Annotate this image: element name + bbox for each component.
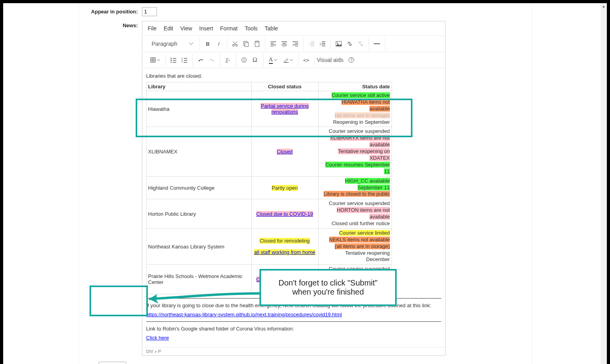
position-label: Appear in position: (87, 7, 142, 16)
menu-edit[interactable]: Edit (164, 25, 173, 32)
table-row: Highland Community CollegePartly openHIG… (146, 176, 392, 199)
col-closed: Closed status (251, 82, 318, 91)
intro-text: Libraries that are closed. (146, 73, 441, 79)
visual-aids-button[interactable]: Visual aids (315, 57, 346, 63)
copy-button[interactable] (241, 38, 252, 49)
clear-format-button[interactable]: T× (222, 54, 233, 65)
menu-view[interactable]: View (180, 25, 192, 32)
editor-toolbar-2: 123 T× Ω A <> Vis (142, 52, 445, 68)
svg-text:?: ? (350, 58, 353, 62)
col-status: Status date (318, 82, 392, 91)
outdent-button[interactable] (306, 38, 317, 49)
col-library: Library (146, 82, 251, 91)
bold-button[interactable]: B (202, 38, 213, 49)
menu-insert[interactable]: Insert (199, 25, 213, 32)
svg-point-18 (244, 59, 245, 60)
svg-point-16 (242, 58, 246, 62)
scrollbar[interactable]: ▲ ▼ (601, 3, 607, 364)
libraries-table: Library Closed status Status date Hiawat… (146, 82, 392, 294)
unlink-button[interactable] (355, 38, 366, 49)
text-color-button[interactable]: A (266, 54, 281, 65)
indent-button[interactable] (317, 38, 328, 49)
table-button[interactable] (148, 54, 163, 65)
table-row: Horton Public LibraryClosed due to COVID… (146, 199, 392, 229)
link-button[interactable] (344, 38, 355, 49)
menu-file[interactable]: File (148, 25, 157, 32)
number-list-button[interactable]: 123 (179, 54, 190, 65)
procedure-link[interactable]: https://northeast-kansas-library-system.… (146, 312, 342, 317)
align-left-button[interactable] (268, 38, 279, 49)
svg-point-10 (170, 58, 172, 59)
divider (146, 321, 441, 322)
undo-button[interactable] (195, 54, 206, 65)
help-button[interactable]: ? (346, 54, 357, 65)
image-button[interactable] (333, 38, 344, 49)
special-char-button[interactable]: Ω (250, 54, 261, 65)
svg-text:3: 3 (181, 61, 183, 63)
position-input[interactable] (142, 7, 157, 16)
closing-text-2: Link to Robin's Google shared folder of … (146, 326, 441, 332)
bullet-list-button[interactable] (168, 54, 179, 65)
redo-button[interactable] (206, 54, 217, 65)
scroll-up-icon[interactable]: ▲ (601, 3, 607, 9)
source-code-button[interactable]: <> (301, 54, 312, 65)
editor-menubar: File Edit View Insert Format Tools Table (142, 21, 445, 36)
svg-point-12 (170, 62, 172, 63)
svg-rect-9 (151, 58, 155, 62)
svg-rect-5 (256, 41, 258, 42)
table-row: HiawathaPartial service during renovatio… (146, 91, 392, 127)
menu-table[interactable]: Table (265, 25, 278, 32)
cut-button[interactable] (229, 38, 241, 49)
svg-rect-19 (284, 62, 289, 63)
bg-color-button[interactable] (281, 54, 296, 65)
table-row: XLIBNAMEXClosedCourier service suspended… (146, 127, 392, 176)
annotation-callout: Don't forget to click "Submit" when you'… (259, 269, 397, 306)
paragraph-dropdown[interactable]: Paragraph (148, 38, 197, 49)
svg-point-17 (243, 59, 244, 60)
svg-point-7 (337, 43, 338, 44)
svg-rect-3 (245, 43, 248, 47)
editor-toolbar-1: Paragraph B I (142, 36, 445, 52)
emoji-button[interactable] (239, 54, 250, 65)
submit-button[interactable]: Submit (99, 362, 126, 364)
hr-button[interactable] (371, 38, 382, 49)
menu-tools[interactable]: Tools (245, 25, 258, 32)
editor-path: DIV » P (142, 347, 445, 355)
shared-folder-link[interactable]: Click here (146, 335, 169, 341)
svg-point-11 (170, 60, 172, 61)
align-center-button[interactable] (279, 38, 290, 49)
align-right-button[interactable] (290, 38, 301, 49)
italic-button[interactable]: I (213, 38, 224, 49)
paste-button[interactable] (252, 38, 263, 49)
table-row: Northeast Kansas Library SystemClosed fo… (146, 228, 392, 264)
menu-format[interactable]: Format (220, 25, 237, 32)
news-label: News: (87, 21, 142, 356)
